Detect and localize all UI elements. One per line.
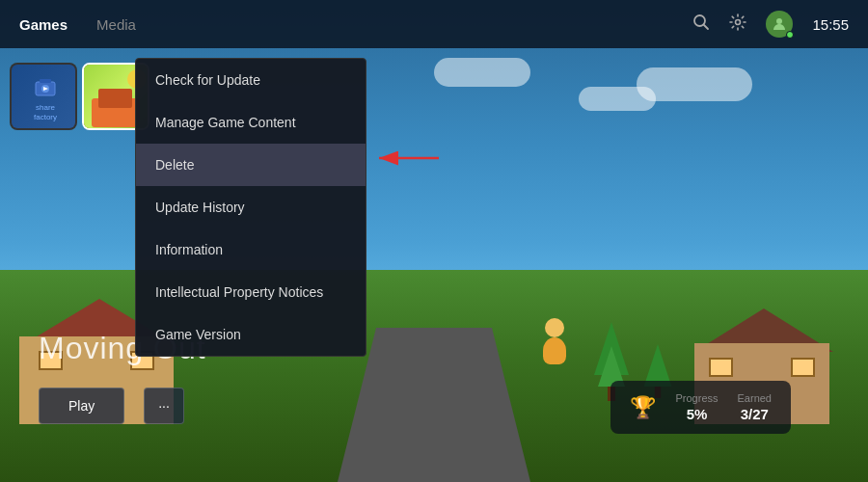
game-thumbnails: sharefactory [10, 63, 149, 130]
character [540, 318, 569, 366]
settings-icon[interactable] [729, 13, 746, 36]
more-button[interactable]: ··· [144, 388, 184, 424]
nav-media[interactable]: Media [96, 16, 136, 33]
menu-item-information[interactable]: Information [136, 228, 366, 271]
topbar: Games Media 15:55 [0, 0, 868, 48]
menu-item-game-version[interactable]: Game Version [136, 313, 366, 356]
progress-label: Progress [675, 392, 718, 404]
earned-col: Earned 3/27 [738, 392, 772, 422]
trophy-icon: 🏆 [630, 395, 656, 420]
svg-point-2 [736, 19, 741, 24]
cloud-3 [434, 58, 530, 87]
svg-rect-5 [40, 79, 51, 83]
menu-item-update-history[interactable]: Update History [136, 186, 366, 228]
progress-col: Progress 5% [675, 392, 718, 422]
play-button[interactable]: Play [39, 388, 124, 424]
search-icon[interactable] [692, 13, 710, 36]
nav-bar: Games Media [19, 16, 136, 33]
topbar-icons: 15:55 [692, 11, 849, 38]
progress-area: 🏆 Progress 5% Earned 3/27 [610, 381, 791, 434]
menu-item-check-update[interactable]: Check for Update [136, 59, 366, 101]
svg-point-3 [776, 18, 782, 24]
menu-item-ip-notices[interactable]: Intellectual Property Notices [136, 271, 366, 313]
nav-games[interactable]: Games [19, 16, 68, 33]
svg-line-1 [704, 24, 709, 29]
progress-value: 5% [687, 406, 708, 422]
menu-item-delete[interactable]: Delete [136, 144, 366, 186]
arrow-indicator [371, 145, 444, 175]
context-menu: Check for Update Manage Game Content Del… [135, 58, 366, 357]
avatar[interactable] [766, 11, 793, 38]
earned-label: Earned [738, 392, 772, 404]
earned-value: 3/27 [741, 406, 769, 422]
menu-item-manage-content[interactable]: Manage Game Content [136, 101, 366, 144]
thumbnail-share-factory[interactable]: sharefactory [10, 63, 77, 130]
bottom-bar: Play ··· [39, 388, 184, 424]
cloud-2 [579, 87, 656, 111]
avatar-online-dot [786, 31, 794, 39]
clock: 15:55 [812, 16, 849, 33]
